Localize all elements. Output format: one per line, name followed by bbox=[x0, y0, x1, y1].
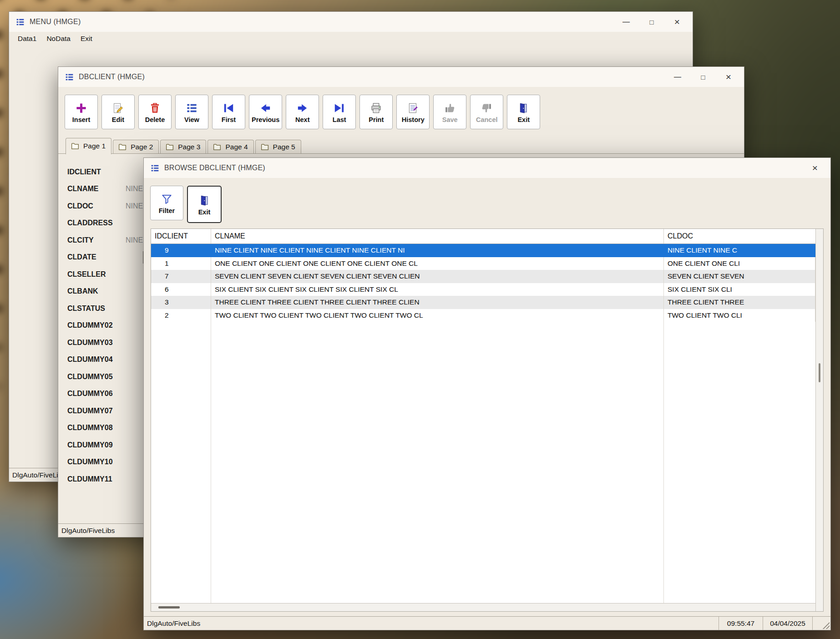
desktop: MENU (HMGE) — □ × Data1NoDataExit DlgAut… bbox=[0, 0, 840, 639]
cell-cldoc[interactable]: TWO CLIENT TWO CLI bbox=[664, 309, 815, 322]
menu-item-data1[interactable]: Data1 bbox=[13, 32, 41, 46]
hscroll-thumb[interactable] bbox=[158, 606, 180, 609]
trash-icon bbox=[149, 102, 161, 114]
toolbar-button-label: Print bbox=[369, 116, 384, 123]
maximize-icon[interactable]: □ bbox=[639, 12, 664, 32]
grid-row[interactable]: 1ONE CLIENT ONE CLIENT ONE CLIENT ONE CL… bbox=[151, 257, 815, 270]
filter-button[interactable]: Filter bbox=[150, 186, 183, 220]
first-button[interactable]: First bbox=[212, 95, 245, 129]
cell-cldoc[interactable]: ONE CLIENT ONE CLI bbox=[664, 257, 815, 270]
close-icon[interactable]: × bbox=[716, 67, 741, 87]
grid-row[interactable]: 7SEVEN CLIENT SEVEN CLIENT SEVEN CLIENT … bbox=[151, 270, 815, 283]
minimize-icon[interactable]: — bbox=[665, 67, 690, 87]
column-header-idclient[interactable]: IDCLIENT bbox=[151, 229, 211, 243]
next-button[interactable]: Next bbox=[286, 95, 319, 129]
field-value[interactable]: NINE bbox=[126, 185, 143, 193]
browse-grid: IDCLIENT CLNAME CLDOC 9NINE CLIENT NINE … bbox=[151, 228, 824, 612]
cell-cldoc[interactable]: NINE CLIENT NINE C bbox=[664, 244, 815, 257]
dbclient-titlebar[interactable]: DBCLIENT (HMGE) — □ × bbox=[58, 67, 744, 87]
cell-cldoc[interactable]: SEVEN CLIENT SEVEN bbox=[664, 270, 815, 283]
browse-window-title: BROWSE DBCLIENT (HMGE) bbox=[164, 164, 265, 172]
grid-row[interactable]: 6SIX CLIENT SIX CLIENT SIX CLIENT SIX CL… bbox=[151, 283, 815, 296]
toolbar-button-label: Exit bbox=[517, 116, 530, 123]
previous-button[interactable]: Previous bbox=[249, 95, 282, 129]
tab-label: Page 1 bbox=[83, 142, 106, 150]
view-button[interactable]: View bbox=[175, 95, 208, 129]
field-label: CLDUMMY07 bbox=[67, 407, 126, 415]
tab-label: Page 3 bbox=[178, 143, 200, 151]
menu-item-nodata[interactable]: NoData bbox=[41, 32, 76, 46]
toolbar-button-label: Last bbox=[333, 116, 346, 123]
column-header-clname[interactable]: CLNAME bbox=[211, 229, 664, 243]
cell-clname[interactable]: NINE CLIENT NINE CLIENT NINE CLIENT NINE… bbox=[211, 244, 664, 257]
cell-clname[interactable]: THREE CLIENT THREE CLIENT THREE CLIENT T… bbox=[211, 296, 664, 309]
grid-row[interactable]: 3THREE CLIENT THREE CLIENT THREE CLIENT … bbox=[151, 296, 815, 309]
tab-label: Page 5 bbox=[273, 143, 295, 151]
field-value[interactable]: NINE bbox=[126, 236, 143, 244]
field-label: CLADDRESS bbox=[67, 219, 126, 227]
cell-idclient[interactable]: 6 bbox=[151, 283, 211, 296]
toolbar-button-label: History bbox=[402, 116, 425, 123]
column-header-cldoc[interactable]: CLDOC bbox=[664, 229, 815, 243]
tab-page-5[interactable]: Page 5 bbox=[255, 140, 301, 154]
menu-window-title: MENU (HMGE) bbox=[30, 18, 81, 26]
cell-cldoc[interactable]: THREE CLIENT THREE bbox=[664, 296, 815, 309]
field-label: CLDUMMY05 bbox=[67, 373, 126, 381]
horizontal-scrollbar[interactable] bbox=[151, 603, 815, 611]
dbclient-toolbar: InsertEditDeleteViewFirstPreviousNextLas… bbox=[58, 95, 744, 129]
filter-funnel-icon bbox=[161, 193, 173, 205]
history-icon bbox=[407, 102, 419, 114]
print-icon bbox=[370, 102, 382, 114]
field-label: CLDUMMY10 bbox=[67, 458, 126, 466]
statusbar-text: DlgAuto/FiveLibs bbox=[144, 619, 719, 628]
cell-idclient[interactable]: 3 bbox=[151, 296, 211, 309]
last-button[interactable]: Last bbox=[323, 95, 356, 129]
grid-row[interactable]: 9NINE CLIENT NINE CLIENT NINE CLIENT NIN… bbox=[151, 244, 815, 257]
tab-page-1[interactable]: Page 1 bbox=[66, 138, 111, 154]
tab-page-4[interactable]: Page 4 bbox=[207, 140, 253, 154]
resize-grip[interactable] bbox=[812, 617, 830, 630]
exit-button[interactable]: Exit bbox=[507, 95, 540, 129]
tab-page-2[interactable]: Page 2 bbox=[113, 140, 159, 154]
maximize-icon[interactable]: □ bbox=[690, 67, 716, 87]
cell-idclient[interactable]: 2 bbox=[151, 309, 211, 322]
vertical-scrollbar[interactable] bbox=[815, 229, 823, 611]
app-list-icon bbox=[15, 17, 25, 27]
grid-rows: 9NINE CLIENT NINE CLIENT NINE CLIENT NIN… bbox=[151, 244, 815, 322]
cell-idclient[interactable]: 9 bbox=[151, 244, 211, 257]
history-button[interactable]: History bbox=[396, 95, 430, 129]
last-icon bbox=[333, 102, 345, 114]
toolbar-button-label: First bbox=[222, 116, 236, 123]
cell-clname[interactable]: SIX CLIENT SIX CLIENT SIX CLIENT SIX CLI… bbox=[211, 283, 664, 296]
cell-idclient[interactable]: 1 bbox=[151, 257, 211, 270]
insert-button[interactable]: Insert bbox=[65, 95, 98, 129]
page-tabs: Page 1Page 2Page 3Page 4Page 5 bbox=[58, 137, 744, 154]
tab-label: Page 2 bbox=[131, 143, 153, 151]
browse-titlebar[interactable]: BROWSE DBCLIENT (HMGE) × bbox=[144, 158, 830, 178]
menu-titlebar[interactable]: MENU (HMGE) — □ × bbox=[9, 12, 693, 32]
vscroll-thumb[interactable] bbox=[819, 363, 820, 382]
grid-main: IDCLIENT CLNAME CLDOC 9NINE CLIENT NINE … bbox=[151, 229, 815, 611]
grid-row[interactable]: 2TWO CLIENT TWO CLIENT TWO CLIENT TWO CL… bbox=[151, 309, 815, 322]
delete-button[interactable]: Delete bbox=[138, 95, 172, 129]
close-icon[interactable]: × bbox=[802, 158, 828, 178]
toolbar-button-label: Cancel bbox=[476, 116, 498, 123]
cell-idclient[interactable]: 7 bbox=[151, 270, 211, 283]
field-label: CLSTATUS bbox=[67, 304, 126, 313]
cell-clname[interactable]: TWO CLIENT TWO CLIENT TWO CLIENT TWO CLI… bbox=[211, 309, 664, 322]
minimize-icon[interactable]: — bbox=[613, 12, 639, 32]
menu-item-exit[interactable]: Exit bbox=[76, 32, 97, 46]
print-button[interactable]: Print bbox=[359, 95, 393, 129]
edit-button[interactable]: Edit bbox=[101, 95, 135, 129]
tab-page-3[interactable]: Page 3 bbox=[160, 140, 206, 154]
toolbar-button-label: Save bbox=[442, 116, 458, 123]
toolbar-button-label: Insert bbox=[72, 116, 91, 123]
save-button: Save bbox=[433, 95, 466, 129]
folder-icon bbox=[71, 142, 80, 151]
cell-cldoc[interactable]: SIX CLIENT SIX CLI bbox=[664, 283, 815, 296]
exit-button[interactable]: Exit bbox=[187, 186, 222, 223]
close-icon[interactable]: × bbox=[664, 12, 690, 32]
cell-clname[interactable]: ONE CLIENT ONE CLIENT ONE CLIENT ONE CLI… bbox=[211, 257, 664, 270]
thumb-up-icon bbox=[444, 102, 456, 114]
cell-clname[interactable]: SEVEN CLIENT SEVEN CLIENT SEVEN CLIENT S… bbox=[211, 270, 664, 283]
